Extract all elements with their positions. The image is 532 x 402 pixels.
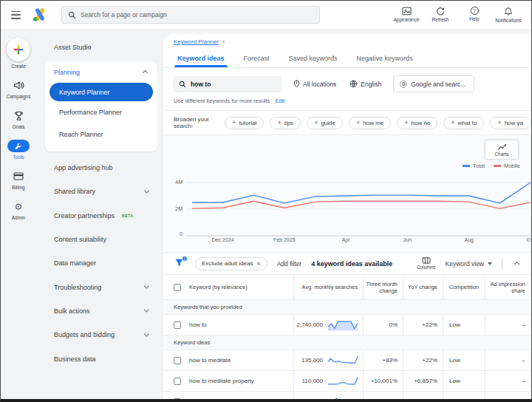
broaden-chip-guide[interactable]: +guide (307, 117, 343, 129)
keyword-hint: Use different keywords for more results … (174, 98, 531, 104)
columns-button[interactable]: Columns (417, 257, 436, 270)
global-search[interactable] (61, 6, 320, 24)
broaden-chip-how-ya[interactable]: +how ya (490, 117, 531, 129)
sidebar-item-performance-planner[interactable]: Performance Planner (45, 101, 157, 123)
legend-total[interactable]: Total (463, 163, 485, 169)
rail-item-billing[interactable]: Billing (1, 170, 36, 190)
add-filter-button[interactable]: Add filter (277, 260, 302, 268)
row-checkbox[interactable] (174, 398, 181, 400)
keyword-cell: how to meditate properly (189, 378, 254, 384)
breadcrumb-link[interactable]: Keyword Planner (174, 38, 219, 45)
sidebar-item-content-suitability[interactable]: Content suitability (36, 228, 163, 251)
location-selector[interactable]: All locations (293, 80, 336, 88)
sidebar-item-troubleshooting[interactable]: Troubleshooting (36, 275, 163, 299)
menu-icon[interactable] (11, 11, 21, 19)
trend-chart-section: Charts Total Mobile 4M 2M 0 Dec 2024Feb … (163, 135, 531, 252)
sidebar-item-keyword-planner[interactable]: Keyword Planner (50, 83, 153, 101)
competition-value: Low (443, 371, 485, 391)
tab-keyword-ideas[interactable]: Keyword ideas (168, 50, 234, 67)
header-keyword[interactable]: Keyword (by relevance) (189, 284, 248, 290)
keyword-search-input[interactable]: how to (173, 76, 282, 92)
filter-chip-exclude-adult-ideas[interactable]: Exclude adult ideas × (195, 257, 267, 270)
sidebar-item-shared-library[interactable]: Shared library (36, 180, 163, 203)
three-month-change-value: +22% (363, 392, 403, 399)
sidebar-item-reach-planner[interactable]: Reach Planner (45, 123, 157, 146)
keyword-view-dropdown[interactable]: Keyword view (446, 260, 492, 268)
app-window: Appearance Refresh ? Help Notifications (0, 0, 532, 402)
charts-button[interactable]: Charts (485, 140, 519, 160)
three-month-change-value: +10,001% (363, 371, 403, 391)
trend-chart-area: 4M 2M 0 Dec 2024Feb 2025AprJunAugOct (172, 177, 525, 248)
close-icon[interactable]: × (256, 260, 260, 268)
google-ads-logo[interactable] (32, 7, 48, 22)
edit-link[interactable]: Edit (275, 98, 284, 104)
ad-impression-share-value: – (485, 350, 531, 370)
row-checkbox[interactable] (174, 321, 181, 329)
sparkline-chart (327, 318, 359, 332)
header-three-month-change[interactable]: Three month change (363, 275, 403, 299)
x-axis-tick: Dec 2024 (212, 237, 234, 242)
header-competition[interactable]: Competition (443, 275, 485, 299)
broaden-chip-what-to[interactable]: +what to (443, 117, 484, 129)
tab-saved-keywords[interactable]: Saved keywords (279, 50, 347, 67)
filter-indicator: 1 (174, 258, 185, 269)
appearance-label: Appearance (393, 17, 419, 22)
select-all-checkbox[interactable] (174, 284, 181, 291)
help-label: Help (469, 16, 479, 21)
sidebar-item-asset-studio[interactable]: Asset Studio (36, 29, 163, 51)
header-ad-impression-share[interactable]: Ad impression share (485, 275, 531, 299)
rail-item-campaigns[interactable]: Campaigns (1, 79, 36, 99)
keyword-planner-label: Keyword Planner (59, 89, 110, 96)
rail-item-create[interactable]: Create (1, 38, 36, 69)
sidebar-item-data-manager[interactable]: Data manager (36, 251, 163, 275)
planning-card: Planning Keyword Planner Performance Pla… (45, 61, 157, 151)
three-month-change-value: 0% (363, 315, 403, 335)
language-selector[interactable]: English (349, 80, 381, 88)
rail-item-goals[interactable]: Goals (1, 109, 36, 129)
sidebar-item-bulk-actions[interactable]: Bulk actions (36, 299, 163, 323)
tab-negative-keywords[interactable]: Negative keywords (347, 50, 423, 67)
plus-icon: + (451, 119, 454, 126)
plus-icon: + (314, 119, 318, 126)
sidebar-item-budgets-and-bidding[interactable]: Budgets and bidding (36, 323, 163, 347)
header-yoy-change[interactable]: YoY change (403, 275, 443, 299)
rail-label-admin: Admin (1, 215, 36, 220)
beta-badge: BETA (120, 213, 135, 219)
tab-forecast[interactable]: Forecast (234, 50, 279, 67)
keyword-cell: how to meditate (189, 357, 231, 364)
sparkline-chart (327, 354, 359, 367)
chevron-up-icon (514, 261, 519, 266)
refresh-button[interactable]: Refresh (423, 7, 457, 23)
broaden-chip-how-me[interactable]: +how me (349, 117, 391, 129)
total-legend-swatch (463, 165, 470, 167)
search-icon (179, 81, 186, 88)
row-checkbox[interactable] (174, 357, 181, 364)
broaden-chip-how-no[interactable]: +how no (397, 117, 437, 129)
broaden-label: Broaden your search: (174, 116, 219, 129)
appearance-button[interactable]: Appearance (389, 7, 423, 23)
network-selector[interactable]: G Google and searc... (393, 75, 474, 92)
rail-label-campaigns: Campaigns (1, 94, 36, 99)
chevron-down-icon (144, 188, 149, 193)
y-axis-tick: 0 (172, 231, 183, 236)
sidebar-item-app-advertising-hub[interactable]: App advertising hub (36, 156, 163, 180)
rail-item-tools[interactable]: Tools (1, 140, 36, 160)
rail-item-admin[interactable]: ⚙ Admin (1, 200, 36, 220)
sidebar-item-creator-partnerships[interactable]: Creator partnershipsBETA (36, 204, 163, 228)
help-button[interactable]: ? Help (457, 7, 491, 23)
sidebar-item-business-data[interactable]: Business data (36, 347, 163, 370)
global-search-input[interactable] (81, 11, 287, 18)
yoy-change-value: +6,857% (403, 371, 443, 391)
chevron-down-icon (144, 331, 149, 336)
notifications-button[interactable]: Notifications (491, 7, 525, 23)
collapse-table-button[interactable] (512, 259, 522, 269)
sidebar-group-planning[interactable]: Planning (45, 61, 157, 76)
broaden-chip-tutorial[interactable]: +tutorial (225, 117, 264, 129)
table-row: how to 2,740,000 0% +22% Low – (163, 315, 531, 335)
plus-icon: + (232, 119, 236, 126)
header-avg-monthly-searches[interactable]: Avg. monthly searches (293, 275, 363, 299)
broaden-chip-tips[interactable]: +tips (270, 117, 301, 129)
row-checkbox[interactable] (174, 378, 181, 385)
legend-mobile[interactable]: Mobile (494, 163, 520, 169)
chevron-down-icon (144, 307, 149, 313)
